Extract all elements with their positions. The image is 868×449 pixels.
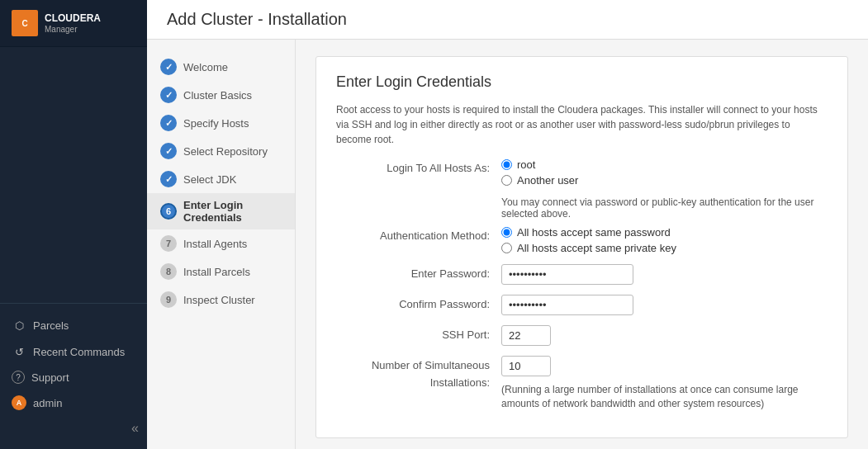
login-hosts-row: Login To All Hosts As: root Another user bbox=[336, 158, 828, 187]
main-content: Add Cluster - Installation ✓ Welcome ✓ C… bbox=[147, 0, 868, 449]
page-title: Add Cluster - Installation bbox=[147, 0, 868, 40]
step-circle-enter-login-credentials: 6 bbox=[160, 203, 177, 220]
card-title: Enter Login Credentials bbox=[336, 73, 828, 91]
parcels-icon: ⬡ bbox=[12, 318, 26, 333]
simultaneous-control: (Running a large number of installations… bbox=[501, 356, 828, 411]
password-control bbox=[501, 264, 633, 285]
simultaneous-note: (Running a large number of installations… bbox=[501, 383, 828, 411]
auth-method-row: Authentication Method: All hosts accept … bbox=[336, 226, 828, 254]
confirm-password-input[interactable] bbox=[501, 295, 633, 315]
sidebar-item-support[interactable]: ? Support bbox=[0, 365, 147, 390]
step-circle-install-parcels: 8 bbox=[160, 263, 177, 280]
sidebar-item-parcels[interactable]: ⬡ Parcels bbox=[0, 312, 147, 338]
radio-root-input[interactable] bbox=[501, 159, 512, 170]
radio-password-label: All hosts accept same password bbox=[517, 226, 671, 239]
step-label-inspect-cluster: Inspect Cluster bbox=[183, 294, 255, 306]
step-label-enter-login-credentials: Enter Login Credentials bbox=[183, 199, 282, 224]
auth-options: All hosts accept same password All hosts… bbox=[501, 226, 676, 254]
sidebar-header: C CLOUDERA Manager bbox=[0, 0, 147, 47]
step-circle-select-repository: ✓ bbox=[160, 143, 177, 159]
main-body: ✓ Welcome ✓ Cluster Basics ✓ Specify Hos… bbox=[147, 40, 868, 449]
ssh-port-label: SSH Port: bbox=[336, 325, 501, 344]
step-select-jdk[interactable]: ✓ Select JDK bbox=[147, 165, 295, 193]
recent-commands-icon: ↺ bbox=[12, 344, 26, 359]
radio-key-input[interactable] bbox=[501, 243, 512, 253]
radio-root[interactable]: root bbox=[501, 158, 578, 171]
sidebar-footer: ⬡ Parcels ↺ Recent Commands ? Support A … bbox=[0, 303, 147, 449]
step-circle-cluster-basics: ✓ bbox=[160, 87, 177, 103]
steps-panel: ✓ Welcome ✓ Cluster Basics ✓ Specify Hos… bbox=[147, 40, 296, 449]
step-label-welcome: Welcome bbox=[183, 61, 228, 73]
radio-password-input[interactable] bbox=[501, 227, 512, 238]
step-circle-select-jdk: ✓ bbox=[160, 171, 177, 187]
support-icon: ? bbox=[12, 371, 25, 384]
password-input[interactable] bbox=[501, 264, 633, 285]
step-circle-inspect-cluster: 9 bbox=[160, 291, 177, 308]
radio-private-key[interactable]: All hosts accept same private key bbox=[501, 242, 676, 254]
password-label: Enter Password: bbox=[336, 264, 501, 283]
step-circle-welcome: ✓ bbox=[160, 59, 177, 75]
step-cluster-basics[interactable]: ✓ Cluster Basics bbox=[147, 81, 295, 109]
simultaneous-row: Number of Simultaneous Installations: (R… bbox=[336, 356, 828, 411]
recent-commands-label: Recent Commands bbox=[33, 346, 125, 358]
step-label-install-agents: Install Agents bbox=[183, 238, 247, 250]
step-label-specify-hosts: Specify Hosts bbox=[183, 117, 249, 130]
password-row: Enter Password: bbox=[336, 264, 828, 285]
sidebar-nav bbox=[0, 47, 147, 303]
radio-root-label: root bbox=[517, 158, 535, 171]
radio-another-input[interactable] bbox=[501, 175, 512, 186]
confirm-password-control bbox=[501, 295, 633, 315]
step-circle-specify-hosts: ✓ bbox=[160, 115, 177, 131]
collapse-button[interactable]: « bbox=[0, 416, 147, 441]
sidebar-item-admin[interactable]: A admin bbox=[0, 390, 147, 416]
content-panel: Enter Login Credentials Root access to y… bbox=[296, 40, 868, 449]
content-card: Enter Login Credentials Root access to y… bbox=[315, 56, 848, 438]
support-label: Support bbox=[31, 371, 69, 384]
radio-another-label: Another user bbox=[517, 174, 578, 187]
step-specify-hosts[interactable]: ✓ Specify Hosts bbox=[147, 109, 295, 137]
login-label: Login To All Hosts As: bbox=[336, 158, 501, 177]
step-inspect-cluster[interactable]: 9 Inspect Cluster bbox=[147, 286, 295, 314]
brand-sub: Manager bbox=[45, 25, 101, 34]
admin-avatar: A bbox=[12, 395, 26, 410]
ssh-port-row: SSH Port: bbox=[336, 325, 828, 346]
radio-password[interactable]: All hosts accept same password bbox=[501, 226, 676, 239]
step-install-parcels[interactable]: 8 Install Parcels bbox=[147, 258, 295, 286]
step-select-repository[interactable]: ✓ Select Repository bbox=[147, 137, 295, 165]
radio-another-user[interactable]: Another user bbox=[501, 174, 578, 187]
step-label-select-jdk: Select JDK bbox=[183, 173, 236, 186]
auth-note: You may connect via password or public-k… bbox=[501, 196, 828, 220]
radio-key-label: All hosts accept same private key bbox=[517, 242, 676, 254]
sidebar-item-recent-commands[interactable]: ↺ Recent Commands bbox=[0, 338, 147, 365]
step-label-select-repository: Select Repository bbox=[183, 145, 268, 158]
step-label-install-parcels: Install Parcels bbox=[183, 266, 250, 278]
admin-label: admin bbox=[33, 397, 62, 409]
step-welcome[interactable]: ✓ Welcome bbox=[147, 53, 295, 81]
step-enter-login-credentials[interactable]: 6 Enter Login Credentials bbox=[147, 193, 295, 229]
brand-name: CLOUDERA bbox=[45, 12, 101, 24]
confirm-password-row: Confirm Password: bbox=[336, 295, 828, 315]
login-options: root Another user bbox=[501, 158, 578, 187]
parcels-label: Parcels bbox=[33, 319, 69, 332]
ssh-port-control bbox=[501, 325, 551, 346]
simultaneous-label: Number of Simultaneous Installations: bbox=[336, 356, 501, 392]
auth-method-label: Authentication Method: bbox=[336, 226, 501, 245]
step-install-agents[interactable]: 7 Install Agents bbox=[147, 229, 295, 258]
simultaneous-input[interactable] bbox=[501, 356, 551, 376]
sidebar: C CLOUDERA Manager ⬡ Parcels ↺ Recent Co… bbox=[0, 0, 147, 449]
step-label-cluster-basics: Cluster Basics bbox=[183, 89, 252, 102]
cloudera-logo: C bbox=[12, 10, 38, 36]
step-circle-install-agents: 7 bbox=[160, 235, 177, 252]
info-text: Root access to your hosts is required to… bbox=[336, 102, 828, 147]
confirm-password-label: Confirm Password: bbox=[336, 295, 501, 314]
ssh-port-input[interactable] bbox=[501, 325, 551, 346]
